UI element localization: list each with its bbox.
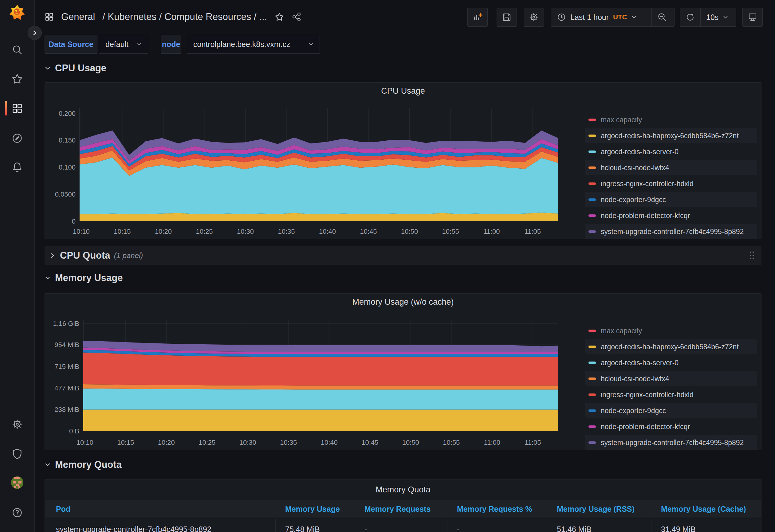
panel-memory-quota-table: Memory Quota PodMemory UsageMemory Reque… xyxy=(45,479,761,532)
x-tick-label: 10:10 xyxy=(73,228,90,235)
share-icon xyxy=(291,12,301,22)
row-drag-handle-icon[interactable] xyxy=(749,250,755,261)
refresh-icon xyxy=(686,13,695,22)
legend-item[interactable]: system-upgrade-controller-7cfb4c4995-8p8… xyxy=(585,224,757,239)
legend-swatch-icon xyxy=(589,346,596,348)
legend-swatch-icon xyxy=(589,441,596,444)
legend-label: system-upgrade-controller-7cfb4c4995-8p8… xyxy=(601,439,744,447)
magnifier-minus-icon xyxy=(657,12,667,22)
sidebar-item-starred[interactable] xyxy=(12,73,23,84)
variable-label-node[interactable]: node xyxy=(161,35,181,54)
legend-swatch-icon xyxy=(589,330,596,332)
clock-icon xyxy=(557,13,566,22)
x-tick-label: 10:55 xyxy=(443,439,460,446)
x-tick-label: 10:50 xyxy=(402,439,419,446)
variable-label-datasource[interactable]: Data Source xyxy=(45,35,97,54)
table-cell: - xyxy=(457,525,460,532)
sidebar-item-dashboards[interactable] xyxy=(12,103,23,114)
user-avatar[interactable] xyxy=(11,476,23,489)
sidebar-item-search[interactable] xyxy=(12,44,23,55)
refresh-button[interactable] xyxy=(680,8,700,26)
tv-mode-button[interactable] xyxy=(742,8,763,27)
table-column-divider xyxy=(354,518,355,532)
variable-dropdown-datasource[interactable]: default xyxy=(99,35,148,54)
add-panel-button[interactable] xyxy=(468,8,488,27)
section-header-memory-usage[interactable]: Memory Usage xyxy=(45,270,123,286)
save-dashboard-button[interactable] xyxy=(497,8,517,27)
panel-title-memory-quota[interactable]: Memory Quota xyxy=(45,485,761,495)
legend-item[interactable]: node-exporter-9dgcc xyxy=(585,192,757,207)
cpu-usage-legend: max capacityargocd-redis-ha-haproxy-6cdb… xyxy=(585,112,757,240)
sidebar-item-server-admin[interactable] xyxy=(12,448,23,459)
dashboard-settings-button[interactable] xyxy=(524,8,544,27)
legend-item[interactable]: ingress-nginx-controller-hdxld xyxy=(585,387,757,402)
sidebar-item-explore[interactable] xyxy=(12,133,23,144)
x-tick-label: 11:05 xyxy=(525,439,541,446)
legend-item[interactable]: argocd-redis-ha-server-0 xyxy=(585,355,757,370)
breadcrumb-section[interactable]: General xyxy=(61,11,95,22)
node-label-text: node xyxy=(162,40,180,49)
panel-title-cpu-usage[interactable]: CPU Usage xyxy=(45,86,761,96)
legend-item[interactable]: node-exporter-9dgcc xyxy=(585,403,757,418)
variable-dropdown-node[interactable]: controlplane.bee.k8s.vxm.cz xyxy=(187,35,320,54)
legend-item[interactable]: node-problem-detector-kfcqr xyxy=(585,419,757,434)
table-column-header[interactable]: Pod xyxy=(56,505,70,514)
x-tick-label: 10:20 xyxy=(158,439,175,446)
table-column-header[interactable]: Memory Requests xyxy=(364,505,431,514)
legend-item[interactable]: argocd-redis-ha-server-0 xyxy=(585,144,757,159)
table-column-header[interactable]: Memory Usage (Cache) xyxy=(661,505,746,514)
grafana-logo[interactable] xyxy=(9,4,25,20)
breadcrumb-path[interactable]: / Kubernetes / Compute Resources / ... xyxy=(102,11,267,22)
legend-item[interactable]: hcloud-csi-node-lwfx4 xyxy=(585,371,757,386)
table-column-divider xyxy=(651,518,652,532)
legend-item[interactable]: argocd-redis-ha-haproxy-6cdbb584b6-z72nt xyxy=(585,128,757,143)
legend-item[interactable]: hcloud-csi-node-lwfx4 xyxy=(585,160,757,175)
series-area-argocd-redis-ha-haproxy-6cdbb584b6-z72nt xyxy=(83,410,558,431)
panel-cpu-usage: CPU Usage 10:1010:1510:2010:2510:3010:35… xyxy=(45,82,761,239)
x-tick-label: 11:00 xyxy=(484,439,500,446)
table-column-divider xyxy=(547,518,547,532)
table-column-header[interactable]: Memory Usage (RSS) xyxy=(557,505,635,514)
legend-swatch-icon xyxy=(589,182,596,185)
panel-memory-usage: Memory Usage (w/o cache) 10:1010:1510:20… xyxy=(45,293,761,450)
y-tick-label: 715 MiB xyxy=(54,363,79,370)
legend-label: argocd-redis-ha-server-0 xyxy=(601,148,679,156)
legend-swatch-icon xyxy=(589,151,596,153)
star-dashboard-button[interactable] xyxy=(274,12,284,22)
legend-item[interactable]: max capacity xyxy=(585,323,757,338)
legend-item[interactable]: system-upgrade-controller-7cfb4c4995-8p8… xyxy=(585,435,757,450)
sidebar-item-help[interactable] xyxy=(12,507,23,518)
y-tick-label: 0.200 xyxy=(59,110,76,117)
node-value-text: controlplane.bee.k8s.vxm.cz xyxy=(193,40,290,49)
sidebar-expand-button[interactable] xyxy=(28,26,42,40)
active-nav-indicator xyxy=(5,101,7,115)
compass-icon xyxy=(12,133,23,144)
refresh-interval-picker[interactable]: 10s xyxy=(700,8,734,26)
time-range-picker[interactable]: Last 1 hour UTC xyxy=(551,8,652,26)
time-zoom-out-button[interactable] xyxy=(652,8,673,26)
legend-item[interactable]: node-problem-detector-kfcqr xyxy=(585,208,757,223)
section-header-memory-quota[interactable]: Memory Quota xyxy=(45,457,122,472)
section-title: Memory Quota xyxy=(55,459,122,470)
legend-label: ingress-nginx-controller-hdxld xyxy=(601,180,694,188)
x-tick-label: 10:15 xyxy=(114,228,131,235)
y-tick-label: 477 MiB xyxy=(54,384,79,392)
sidebar-item-configuration[interactable] xyxy=(12,419,23,430)
share-dashboard-button[interactable] xyxy=(291,12,301,22)
x-tick-label: 10:30 xyxy=(239,439,256,446)
legend-swatch-icon xyxy=(589,214,596,217)
legend-item[interactable]: max capacity xyxy=(585,112,757,127)
x-tick-label: 10:25 xyxy=(198,439,215,446)
y-tick-label: 0 xyxy=(72,217,76,225)
y-tick-label: 954 MiB xyxy=(54,341,79,349)
panel-title-memory-usage[interactable]: Memory Usage (w/o cache) xyxy=(45,297,761,307)
legend-item[interactable]: argocd-redis-ha-haproxy-6cdbb584b6-z72nt xyxy=(585,339,757,354)
table-column-header[interactable]: Memory Requests % xyxy=(457,505,532,514)
x-tick-label: 10:40 xyxy=(321,439,338,446)
time-controls: Last 1 hour UTC xyxy=(551,8,675,27)
table-column-header[interactable]: Memory Usage xyxy=(285,505,340,514)
sidebar-item-alerting[interactable] xyxy=(12,162,23,173)
legend-item[interactable]: ingress-nginx-controller-hdxld xyxy=(585,176,757,191)
section-header-cpu-quota[interactable]: CPU Quota (1 panel) xyxy=(45,246,761,265)
section-header-cpu-usage[interactable]: CPU Usage xyxy=(45,61,106,76)
